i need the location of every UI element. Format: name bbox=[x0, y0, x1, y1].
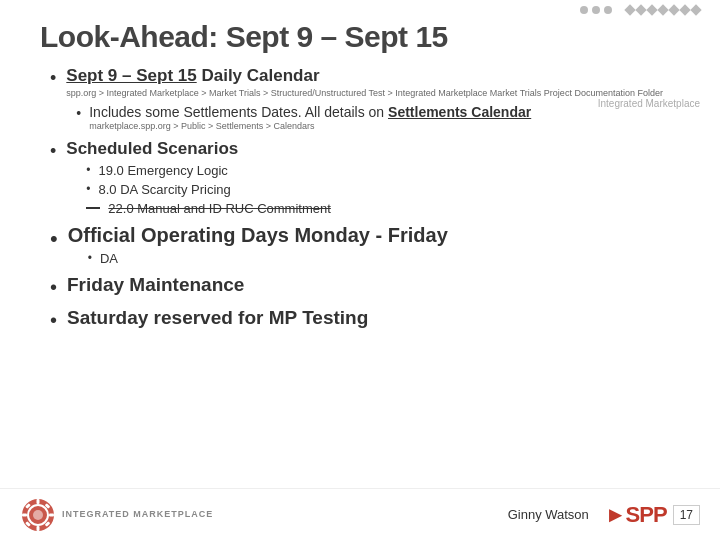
strikethrough-bullet-2-3: 22.0 Manual and ID RUC Commitment bbox=[86, 201, 680, 216]
integrated-marketplace-logo-icon bbox=[20, 497, 56, 533]
bullet-dot-5: • bbox=[50, 309, 57, 332]
diamonds-decoration bbox=[626, 6, 700, 14]
bullet-4: • Friday Maintenance bbox=[50, 274, 680, 299]
slide-title: Look-Ahead: Sept 9 – Sept 15 bbox=[40, 20, 680, 54]
diamond-5 bbox=[668, 4, 679, 15]
strikethrough-text-2-3: 22.0 Manual and ID RUC Commitment bbox=[108, 201, 331, 216]
diamond-4 bbox=[657, 4, 668, 15]
diamond-2 bbox=[635, 4, 646, 15]
spp-logo: ►SPP bbox=[605, 502, 667, 528]
diamond-3 bbox=[646, 4, 657, 15]
bullet-1-content: Sept 9 – Sept 15 Daily Calendar spp.org … bbox=[66, 66, 680, 131]
svg-rect-2 bbox=[37, 499, 40, 504]
footer-logo: INTEGRATED MARKETPLACE bbox=[20, 497, 213, 533]
sub-bullet-3-1: • DA bbox=[88, 251, 680, 266]
bullet-4-content: Friday Maintenance bbox=[67, 274, 680, 296]
svg-rect-5 bbox=[49, 513, 54, 516]
footer-right: Ginny Watson ►SPP 17 bbox=[508, 502, 700, 528]
svg-rect-4 bbox=[22, 513, 27, 516]
circle-1 bbox=[580, 6, 588, 14]
settlements-text-prefix: Includes some Settlements Dates. All det… bbox=[89, 104, 388, 120]
bullet-dot-3: • bbox=[50, 226, 58, 252]
integrated-marketplace-label: Integrated Marketplace bbox=[598, 98, 700, 109]
bullet-1-rest: Daily Calendar bbox=[197, 66, 320, 85]
footer: INTEGRATED MARKETPLACE Ginny Watson ►SPP… bbox=[0, 488, 720, 540]
sub-sub-bullet-2-2-content: 8.0 DA Scarcity Pricing bbox=[99, 182, 231, 197]
sub-bullet-dot-1-1: • bbox=[76, 105, 81, 121]
bullet-dot-1: • bbox=[50, 68, 56, 89]
diamond-1 bbox=[624, 4, 635, 15]
sub-bullet-2-2: • 8.0 DA Scarcity Pricing bbox=[86, 182, 680, 197]
diamond-7 bbox=[690, 4, 701, 15]
bullet-3: • Official Operating Days Monday - Frida… bbox=[50, 224, 680, 266]
bullet-2-content: Scheduled Scenarios • 19.0 Emergency Log… bbox=[66, 139, 680, 216]
bullet-1: • Sept 9 – Sept 15 Daily Calendar spp.or… bbox=[50, 66, 680, 131]
sub-sub-bullet-dot-2-1: • bbox=[86, 163, 90, 177]
top-decorations bbox=[580, 6, 700, 14]
bullet-2: • Scheduled Scenarios • 19.0 Emergency L… bbox=[50, 139, 680, 216]
sub-bullet-1-1: • Includes some Settlements Dates. All d… bbox=[76, 104, 680, 131]
settlements-calendar-link[interactable]: Settlements Calendar bbox=[388, 104, 531, 120]
bullet-3-content: Official Operating Days Monday - Friday … bbox=[68, 224, 680, 266]
sub-sub-bullet-dot-2-2: • bbox=[86, 182, 90, 196]
bullet-dot-2: • bbox=[50, 141, 56, 162]
footer-person-name: Ginny Watson bbox=[508, 507, 589, 522]
footer-logo-text: INTEGRATED MARKETPLACE bbox=[62, 509, 213, 520]
sub-bullet-1-1-content: Includes some Settlements Dates. All det… bbox=[89, 104, 531, 131]
svg-rect-3 bbox=[37, 526, 40, 531]
page-number: 17 bbox=[673, 505, 700, 525]
diamond-6 bbox=[679, 4, 690, 15]
bullet-1-breadcrumb: spp.org > Integrated Marketplace > Marke… bbox=[66, 87, 680, 100]
bullet-4-title: Friday Maintenance bbox=[67, 274, 680, 296]
sub-sub-bullet-3-1-content: DA bbox=[100, 251, 118, 266]
bullet-1-title: Sept 9 – Sept 15 Daily Calendar bbox=[66, 66, 680, 86]
bullet-5-title: Saturday reserved for MP Testing bbox=[67, 307, 680, 329]
sub-bullet-2-1: • 19.0 Emergency Logic bbox=[86, 163, 680, 178]
svg-point-10 bbox=[33, 510, 43, 520]
strikethrough-dash bbox=[86, 207, 100, 209]
bullet-5-content: Saturday reserved for MP Testing bbox=[67, 307, 680, 329]
sub-sub-bullet-2-1-content: 19.0 Emergency Logic bbox=[99, 163, 228, 178]
bullet-3-title: Official Operating Days Monday - Friday bbox=[68, 224, 680, 247]
main-content: • Sept 9 – Sept 15 Daily Calendar spp.or… bbox=[50, 66, 680, 332]
circle-3 bbox=[604, 6, 612, 14]
bullet-dot-4: • bbox=[50, 276, 57, 299]
circles-decoration bbox=[580, 6, 612, 14]
slide: Integrated Marketplace Look-Ahead: Sept … bbox=[0, 0, 720, 540]
circle-2 bbox=[592, 6, 600, 14]
bullet-5: • Saturday reserved for MP Testing bbox=[50, 307, 680, 332]
bullet-1-underline: Sept 9 – Sept 15 bbox=[66, 66, 196, 85]
bullet-2-title: Scheduled Scenarios bbox=[66, 139, 680, 159]
sub-sub-bullet-dot-3-1: • bbox=[88, 251, 92, 265]
sub-bullet-1-1-breadcrumb: marketplace.spp.org > Public > Settlemen… bbox=[89, 121, 531, 131]
